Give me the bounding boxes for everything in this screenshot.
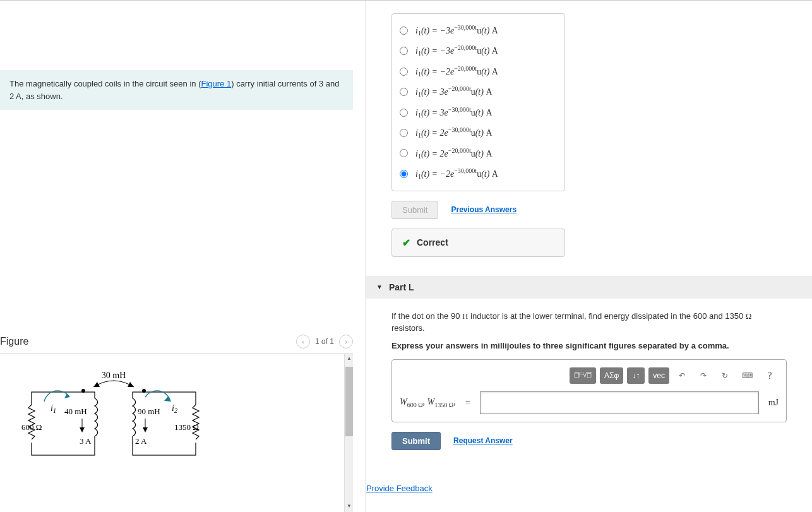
svg-marker-11 xyxy=(80,427,85,432)
figure-header: Figure ‹ 1 of 1 › xyxy=(0,330,353,354)
choice-radio[interactable] xyxy=(400,129,408,137)
provide-feedback-link[interactable]: Provide Feedback xyxy=(366,484,433,493)
submit-row-k: Submit Previous Answers xyxy=(391,201,787,219)
greek-button[interactable]: ΑΣφ xyxy=(600,367,623,384)
figure-next-button[interactable]: › xyxy=(339,335,353,348)
choice-formula: i1(t) = 3e−20,000tu(t) A xyxy=(415,85,493,98)
answer-choice[interactable]: i1(t) = 3e−30,000tu(t) A xyxy=(400,102,557,122)
feedback-text: Correct xyxy=(417,237,448,247)
answer-choice[interactable]: i1(t) = −3e−20,000tu(t) A xyxy=(400,40,557,61)
scroll-up-icon[interactable]: ▲ xyxy=(345,355,353,363)
check-icon: ✔ xyxy=(402,237,410,249)
part-l-instruction: Express your answers in millijoules to t… xyxy=(391,341,787,350)
scroll-down-icon[interactable]: ▼ xyxy=(345,503,353,511)
figure-page-indicator: 1 of 1 xyxy=(315,337,334,346)
equals-sign: = xyxy=(465,398,470,408)
I1-label: 3 A xyxy=(80,436,92,446)
choice-radio[interactable] xyxy=(400,47,408,55)
answer-choice[interactable]: i1(t) = 3e−20,000tu(t) A xyxy=(400,81,557,102)
figure-prev-button[interactable]: ‹ xyxy=(296,335,310,348)
figure-content: 30 mH i1 i2 40 mH xyxy=(0,354,353,512)
choice-formula: i1(t) = −2e−20,000tu(t) A xyxy=(415,65,498,78)
figure-link[interactable]: Figure 1 xyxy=(201,79,231,88)
L2-label: 90 mH xyxy=(138,407,160,416)
answer-choice[interactable]: i1(t) = 2e−30,000tu(t) A xyxy=(400,122,557,143)
R2-label: 1350 Ω xyxy=(174,422,199,432)
figure-nav: ‹ 1 of 1 › xyxy=(296,335,353,348)
problem-text-before: The magnetically coupled coils in the ci… xyxy=(9,79,201,88)
help-button[interactable]: ? xyxy=(761,367,779,384)
answer-unit: mJ xyxy=(768,398,779,408)
svg-marker-1 xyxy=(128,382,134,387)
request-answer-link[interactable]: Request Answer xyxy=(453,436,513,445)
choice-radio[interactable] xyxy=(400,88,408,96)
figure-section: Figure ‹ 1 of 1 › 30 mH xyxy=(0,330,353,512)
I2-label: 2 A xyxy=(135,436,147,446)
part-l-header[interactable]: ▼ Part L xyxy=(366,276,812,299)
choice-radio[interactable] xyxy=(400,68,408,76)
choice-formula: i1(t) = −3e−20,000tu(t) A xyxy=(415,44,498,57)
keyboard-button[interactable]: ⌨ xyxy=(737,367,757,384)
reset-button[interactable]: ↻ xyxy=(716,367,734,384)
circuit-diagram: 30 mH i1 i2 40 mH xyxy=(19,367,221,480)
problem-statement: The magnetically coupled coils in the ci… xyxy=(0,70,353,110)
figure-scrollbar[interactable]: ▲ ▼ xyxy=(344,354,353,512)
choice-radio[interactable] xyxy=(400,149,408,157)
dot-right xyxy=(142,389,146,393)
choice-formula: i1(t) = 3e−30,000tu(t) A xyxy=(415,106,493,119)
part-l-body: If the dot on the 90 H inductor is at th… xyxy=(366,299,812,471)
answer-choice[interactable]: i1(t) = −2e−20,000tu(t) A xyxy=(400,61,557,81)
submit-button-disabled: Submit xyxy=(391,201,438,219)
redo-button[interactable]: ↷ xyxy=(695,367,712,384)
submit-button[interactable]: Submit xyxy=(391,432,441,450)
i1-label: i1 xyxy=(51,403,56,414)
left-panel: The magnetically coupled coils in the ci… xyxy=(0,1,366,512)
answer-choices: i1(t) = −3e−30,000tu(t) Ai1(t) = −3e−20,… xyxy=(391,13,565,191)
choice-formula: i1(t) = 2e−30,000tu(t) A xyxy=(415,126,493,139)
subscript-button[interactable]: ↓↑ xyxy=(627,367,645,384)
scrollbar-thumb[interactable] xyxy=(345,367,353,436)
submit-row-l: Submit Request Answer xyxy=(391,432,761,450)
templates-button[interactable]: ❐☐√☐ xyxy=(570,367,597,384)
answer-input[interactable] xyxy=(480,391,759,414)
answer-box: ❐☐√☐ ΑΣφ ↓↑ vec ↶ ↷ ↻ ⌨ ? W600 Ω, W1350 … xyxy=(391,359,787,422)
dot-left xyxy=(81,389,85,393)
i2-label: i2 xyxy=(172,403,177,414)
collapse-icon: ▼ xyxy=(376,283,383,290)
answer-choice[interactable]: i1(t) = −2e−30,000tu(t) A xyxy=(400,164,557,184)
undo-button[interactable]: ↶ xyxy=(673,367,691,384)
svg-marker-0 xyxy=(93,382,100,387)
part-l-question: If the dot on the 90 H inductor is at th… xyxy=(391,310,787,335)
vector-button[interactable]: vec xyxy=(648,367,669,384)
choice-formula: i1(t) = −2e−30,000tu(t) A xyxy=(415,167,498,180)
mutual-label: 30 mH xyxy=(102,371,126,380)
previous-answers-link[interactable]: Previous Answers xyxy=(451,205,516,214)
choice-radio[interactable] xyxy=(400,27,408,35)
svg-marker-13 xyxy=(143,427,148,432)
answer-variable-label: W600 Ω, W1350 Ω, xyxy=(400,397,456,408)
figure-title: Figure xyxy=(0,336,28,347)
answer-input-row: W600 Ω, W1350 Ω, = mJ xyxy=(400,391,779,414)
R1-label: 600 Ω xyxy=(21,422,42,432)
answer-choice[interactable]: i1(t) = 2e−20,000tu(t) A xyxy=(400,143,557,164)
answer-choice[interactable]: i1(t) = −3e−30,000tu(t) A xyxy=(400,20,557,40)
right-panel: i1(t) = −3e−30,000tu(t) Ai1(t) = −3e−20,… xyxy=(366,1,812,512)
part-l-title: Part L xyxy=(389,282,414,292)
L1-label: 40 mH xyxy=(64,407,87,416)
choice-formula: i1(t) = 2e−20,000tu(t) A xyxy=(415,147,493,160)
choice-radio[interactable] xyxy=(400,170,408,178)
choice-formula: i1(t) = −3e−30,000tu(t) A xyxy=(415,24,498,37)
answer-toolbar: ❐☐√☐ ΑΣφ ↓↑ vec ↶ ↷ ↻ ⌨ ? xyxy=(400,367,779,384)
choice-radio[interactable] xyxy=(400,109,408,117)
feedback-correct: ✔ Correct xyxy=(391,229,565,257)
